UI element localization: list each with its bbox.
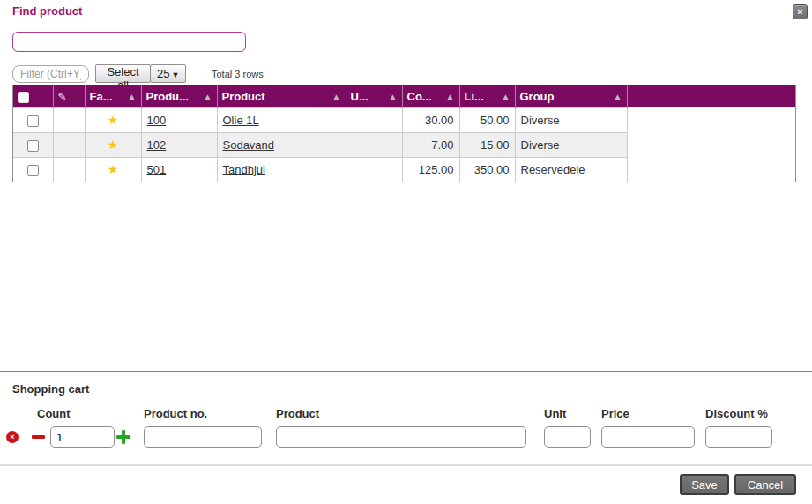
- footer-divider: [0, 464, 812, 466]
- column-header-product-no[interactable]: Produ...▲: [141, 85, 217, 107]
- remove-cart-row-icon[interactable]: ×: [6, 431, 19, 443]
- cost-cell: 125.00: [402, 157, 459, 182]
- product-no-link[interactable]: 102: [147, 138, 167, 152]
- table-row: ★ 102 Sodavand 7.00 15.00 Diverse: [13, 132, 795, 157]
- cart-unit-input[interactable]: [544, 426, 591, 448]
- column-header-product[interactable]: Product▲: [217, 85, 346, 107]
- sort-asc-icon: ▲: [124, 92, 137, 101]
- sort-asc-icon: ▲: [385, 92, 398, 101]
- product-search-input[interactable]: [12, 32, 246, 52]
- sort-asc-icon: ▲: [498, 92, 510, 101]
- product-label: Product: [276, 407, 319, 420]
- sort-asc-icon: ▲: [443, 92, 455, 101]
- favorite-star-icon[interactable]: ★: [108, 162, 119, 176]
- save-button[interactable]: Save: [680, 474, 729, 495]
- header-edit-cell: ✎: [53, 85, 85, 107]
- discount-label: Discount %: [705, 407, 768, 420]
- product-name-link[interactable]: Tandhjul: [223, 163, 265, 176]
- cart-product-input[interactable]: [276, 426, 526, 448]
- sort-asc-icon: ▲: [610, 92, 622, 101]
- column-header-list[interactable]: Li...▲: [459, 85, 515, 107]
- product-name-link[interactable]: Olie 1L: [223, 114, 259, 127]
- column-header-favorite[interactable]: Fa...▲: [85, 85, 141, 107]
- price-label: Price: [601, 407, 629, 420]
- product-no-label: Product no.: [144, 407, 207, 420]
- cost-cell: 30.00: [402, 107, 459, 132]
- sort-asc-icon: ▲: [200, 92, 212, 101]
- filter-input[interactable]: [12, 65, 89, 83]
- unit-label: Unit: [544, 407, 566, 420]
- select-all-button[interactable]: Select all: [95, 64, 151, 83]
- select-all-checkbox[interactable]: [18, 92, 29, 103]
- count-label: Count: [37, 407, 71, 420]
- column-header-cost[interactable]: Co...▲: [402, 85, 459, 107]
- table-row: ★ 501 Tandhjul 125.00 350.00 Reservedele: [13, 157, 795, 182]
- sort-asc-icon: ▲: [329, 92, 341, 101]
- list-price-cell: 50.00: [459, 107, 515, 132]
- unit-cell: [346, 157, 402, 182]
- group-cell: Diverse: [515, 132, 627, 157]
- page-size-dropdown[interactable]: 25▼: [150, 64, 186, 83]
- table-header-row: ✎ Fa...▲ Produ...▲ Product▲ U...▲ Co...▲…: [13, 85, 795, 107]
- cart-divider: [0, 371, 812, 372]
- product-table: ✎ Fa...▲ Produ...▲ Product▲ U...▲ Co...▲…: [12, 85, 796, 182]
- column-header-group[interactable]: Group▲: [515, 85, 627, 107]
- cart-discount-input[interactable]: [705, 426, 772, 448]
- increase-count-icon[interactable]: [116, 430, 130, 444]
- row-checkbox[interactable]: [27, 140, 39, 152]
- close-icon[interactable]: ×: [793, 4, 808, 19]
- row-checkbox[interactable]: [27, 165, 39, 176]
- product-no-link[interactable]: 100: [147, 114, 167, 127]
- find-product-dialog: Find product × Select all 25▼ Total 3 ro…: [0, 0, 812, 504]
- cart-price-input[interactable]: [601, 426, 695, 448]
- group-cell: Reservedele: [515, 157, 627, 182]
- cart-title: Shopping cart: [12, 382, 89, 396]
- chevron-down-icon: ▼: [171, 70, 179, 79]
- edit-pencil-icon: ✎: [58, 91, 67, 103]
- list-price-cell: 350.00: [459, 157, 515, 182]
- column-header-unit[interactable]: U...▲: [346, 85, 402, 107]
- header-select-all-cell: [13, 85, 53, 107]
- table-row: ★ 100 Olie 1L 30.00 50.00 Diverse: [13, 107, 795, 132]
- unit-cell: [346, 132, 402, 157]
- list-price-cell: 15.00: [459, 132, 515, 157]
- cancel-button[interactable]: Cancel: [734, 474, 796, 495]
- header-filler-cell: [627, 85, 795, 107]
- row-checkbox[interactable]: [27, 115, 39, 127]
- page-size-value: 25: [157, 67, 169, 80]
- favorite-star-icon[interactable]: ★: [108, 137, 119, 152]
- count-input[interactable]: [50, 426, 115, 448]
- unit-cell: [346, 107, 402, 132]
- cost-cell: 7.00: [402, 132, 459, 157]
- product-name-link[interactable]: Sodavand: [223, 138, 275, 152]
- product-no-link[interactable]: 501: [147, 163, 167, 176]
- decrease-count-icon[interactable]: [32, 435, 45, 439]
- dialog-title: Find product: [12, 4, 82, 18]
- group-cell: Diverse: [515, 107, 627, 132]
- cart-product-no-input[interactable]: [144, 426, 262, 448]
- total-rows-text: Total 3 rows: [212, 69, 264, 79]
- favorite-star-icon[interactable]: ★: [108, 113, 119, 127]
